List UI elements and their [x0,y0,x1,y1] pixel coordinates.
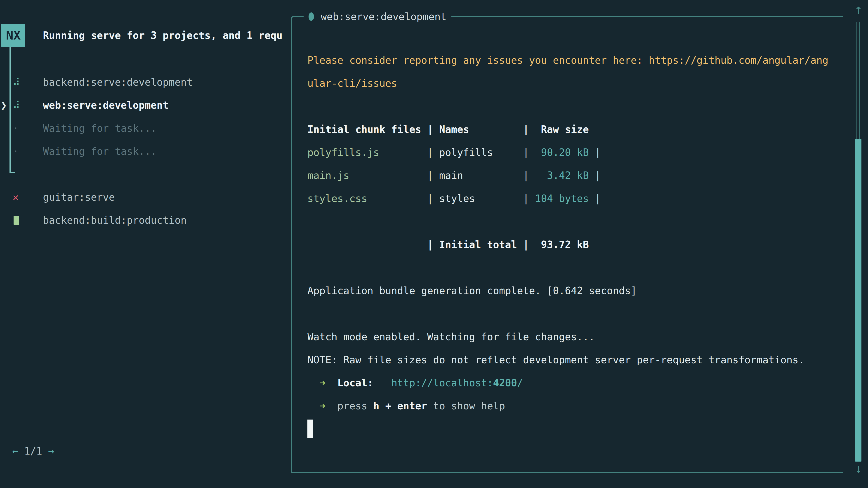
task-item-web-serve-development[interactable]: ❯⠼web:serve:development [0,94,291,117]
terminal-text: | [589,147,601,158]
terminal-line-9: | Initial total | 93.72 kB [307,233,839,256]
terminal-line-7: styles.css | styles | 104 bytes | [307,187,839,210]
terminal-line-8 [307,210,839,233]
terminal-text: polyfills.js [307,147,379,158]
terminal-line-12 [307,302,839,325]
terminal-line-4: Initial chunk files | Names | Raw size [307,118,839,141]
terminal-text: 90.20 kB [535,147,589,158]
terminal-text: press [325,400,373,412]
task-tree-corner [9,172,15,173]
terminal-text: | [475,193,535,204]
spinner-icon: ⠼ [13,99,26,111]
running-bullet-icon [309,12,314,21]
terminal-cursor [307,420,313,438]
terminal-text: 3.42 kB [535,170,589,181]
terminal-text: | [589,170,601,181]
terminal-output: Please consider reporting any issues you… [307,26,839,440]
terminal-text: NOTE: Raw file sizes do not reflect deve… [307,354,804,365]
terminal-line-10 [307,256,839,279]
terminal-text: to show help [427,400,505,412]
task-item-waiting-for-task-[interactable]: ·Waiting for task... [0,140,291,163]
terminal-line-5: polyfills.js | polyfills | 90.20 kB | [307,141,839,164]
panel-title: web:serve:development [304,5,452,28]
success-square-icon [13,216,19,225]
terminal-text: | [379,147,439,158]
terminal-text: | [367,193,439,204]
terminal-text: main.js [307,170,349,181]
terminal-line-3 [307,95,839,118]
task-item-label: backend:build:production [43,215,187,226]
task-item-label: web:serve:development [43,99,168,111]
scroll-up-icon[interactable]: ↑ [851,3,866,16]
terminal-link[interactable]: http://localhost: [373,377,493,389]
panel-title-text: web:serve:development [321,11,446,22]
terminal-text: h + enter [373,400,427,412]
terminal-text: | [463,170,535,181]
terminal-text: | Initial total | 93.72 kB [307,239,589,250]
failed-cross-icon: ✕ [13,191,26,203]
terminal-text: ular-cli/issues [307,77,397,89]
task-item-guitar-serve[interactable]: ✕guitar:serve [0,186,291,208]
task-item-backend-serve-development[interactable]: ⠼backend:serve:development [0,70,291,94]
terminal-line-6: main.js | main | 3.42 kB | [307,164,839,187]
page-prev-icon[interactable]: ← [12,445,24,457]
nx-tui-screen: NX Running serve for 3 projects, and 1 r… [0,0,868,488]
page-indicator: 1/1 [24,445,42,457]
terminal-text: ➜ [307,377,325,389]
terminal-text: | [493,147,535,158]
task-output-panel: web:serve:development Please consider re… [291,16,843,473]
terminal-text: | [349,170,439,181]
terminal-text: ➜ [307,400,325,412]
page-next-icon[interactable]: → [42,445,54,457]
terminal-text: Watch mode enabled. Watching for file ch… [307,331,595,343]
terminal-line-0 [307,26,839,48]
waiting-dot-icon: · [13,145,26,157]
pagination: ← 1/1 → [12,440,54,462]
scrollbar-thumb[interactable] [855,139,862,462]
terminal-line-13: Watch mode enabled. Watching for file ch… [307,325,839,348]
scroll-down-icon[interactable]: ↓ [851,462,866,475]
terminal-text: Local: [325,377,373,389]
terminal-text: 4200 [493,377,517,389]
terminal-text: styles [439,193,475,204]
terminal-text: Application bundle generation complete. … [307,285,637,296]
task-item-label: backend:serve:development [43,76,193,88]
spinner-icon: ⠼ [13,76,26,88]
waiting-dot-icon: · [13,123,26,134]
terminal-text: Initial chunk files | Names | Raw size [307,124,589,135]
task-item-label: Waiting for task... [43,123,157,134]
terminal-line-1: Please consider reporting any issues you… [307,48,839,72]
terminal-text: | [589,193,601,204]
selected-task-arrow-icon: ❯ [0,94,7,117]
scrollbar-track[interactable] [857,22,860,139]
terminal-text: 104 bytes [535,193,589,204]
terminal-line-16: ➜ press h + enter to show help [307,394,839,417]
terminal-line-15: ➜ Local: http://localhost:4200/ [307,371,839,394]
terminal-line-17 [307,417,839,440]
terminal-text: / [517,377,523,389]
task-item-label: Waiting for task... [43,145,157,157]
nx-logo: NX [1,24,25,47]
terminal-text: main [439,170,463,181]
terminal-line-14: NOTE: Raw file sizes do not reflect deve… [307,348,839,371]
terminal-text: styles.css [307,193,367,204]
terminal-line-2: ular-cli/issues [307,72,839,95]
terminal-text: polyfills [439,147,493,158]
task-item-waiting-for-task-[interactable]: ·Waiting for task... [0,117,291,140]
status-bar: ← 1/1 → quit: q help: ? [0,440,291,462]
app-title: Running serve for 3 projects, and 1 requ [43,24,290,47]
task-item-label: guitar:serve [43,191,115,203]
terminal-link[interactable]: Please consider reporting any issues you… [307,55,829,66]
terminal-line-11: Application bundle generation complete. … [307,279,839,302]
task-item-backend-build-production[interactable]: backend:build:production [0,208,291,232]
